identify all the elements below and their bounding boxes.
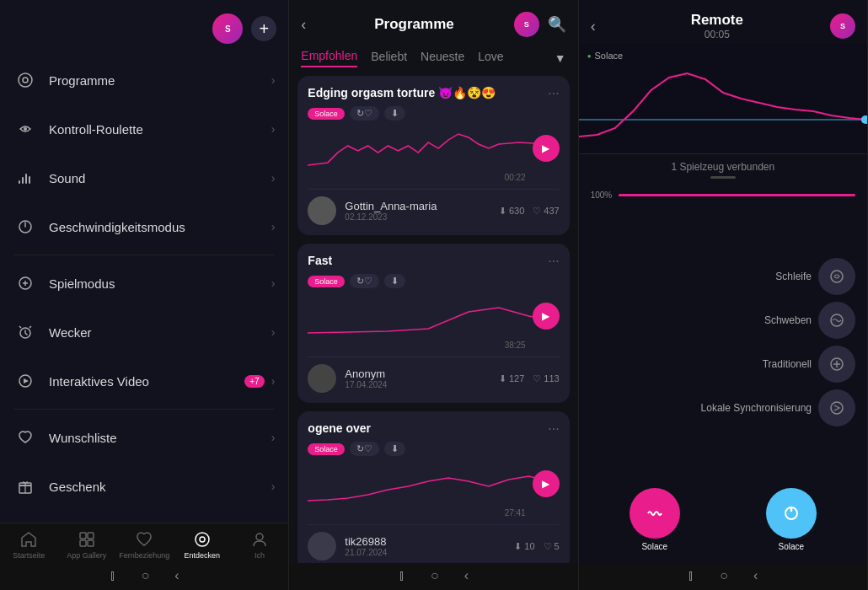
prog-wave-0: ▶ [308,127,559,169]
svg-point-1 [23,78,28,83]
tabs-row: Empfohlen Beliebt Neueste Love ▼ [289,46,577,76]
tag-dl-0: ⬇ [384,106,405,121]
traditionell-btn[interactable] [818,346,855,383]
menu-item-sound[interactable]: Sound › [0,153,288,202]
menu-item-programme[interactable]: Programme › [0,56,288,105]
sys-lines-2: ⫿ [399,568,405,583]
menu-item-kontroll[interactable]: Kontroll-Roulette › [0,105,288,153]
prog-title-1: Fast [308,254,332,267]
sys-back-3: ‹ [753,568,758,583]
tag-dl-1: ⬇ [384,274,405,288]
downloads-0: ⬇ 630 [499,206,524,217]
prog-avatar-0 [308,196,336,225]
lokale-btn[interactable] [818,389,855,426]
prog-more-2[interactable]: ··· [548,421,559,437]
avatar[interactable]: S [212,13,243,44]
traditionell-label: Traditionell [763,358,812,370]
intensity-label: 100% [591,190,613,200]
tab-neueste[interactable]: Neueste [421,50,464,67]
tag-solace-1: Solace [308,276,345,287]
sys-circle-2: ○ [431,568,439,583]
menu-item-spielmodus[interactable]: Spielmodus › [0,259,288,308]
svg-point-0 [19,73,32,87]
btn-solace-pink[interactable] [630,488,680,539]
prog-avatar-1 [308,364,336,393]
interaktives-icon [13,369,37,393]
search-icon[interactable]: 🔍 [548,15,566,34]
btn-solace-pink-label: Solace [641,542,667,551]
nav-entdecken-label: Entdecken [184,551,220,560]
tab-love[interactable]: Love [478,50,503,67]
programme-icon [13,68,37,92]
schleife-label: Schleife [775,271,812,282]
p3-title: Remote [604,12,830,29]
panel3-avatar[interactable]: S [830,13,855,39]
p3-time: 00:05 [604,29,830,40]
menu-item-wecker[interactable]: Wecker › [0,308,288,357]
menu-list: Programme › Kontroll-Roulette › [0,52,288,523]
panel3-header: ‹ Remote 00:05 S [579,0,867,44]
wecker-icon [13,320,37,344]
sys-circle: ○ [142,568,150,583]
menu-item-geschenk[interactable]: Geschenk › [0,462,288,511]
prog-stats-1: ⬇ 127 ♡ 113 [499,373,560,384]
nav-startseite[interactable]: Startseite [0,530,57,560]
geschwindigkeit-label: Geschwindigkeitsmodus [49,220,271,234]
panel2-icons: S 🔍 [514,12,566,37]
filter-icon[interactable]: ▼ [555,51,566,65]
intensity-track[interactable] [619,194,855,196]
panel-remote: ‹ Remote 00:05 S ● Solace 1 Spielzeug ve… [579,0,868,590]
menu-divider [13,255,275,255]
ctrl-schweben: Schweben [591,302,855,339]
geschenk-label: Geschenk [49,480,271,494]
ctrl-schleife: Schleife [591,258,855,295]
tag-loop-2: ↻♡ [350,442,379,456]
discover-icon [193,530,212,549]
nav-ich[interactable]: Ich [231,530,288,560]
remote-waveform: ● Solace [579,44,867,153]
prog-tags-1: Solace ↻♡ ⬇ [308,274,559,288]
menu-item-geschwindigkeit[interactable]: Geschwindigkeitsmodus › [0,202,288,251]
nav-fernbeziehung[interactable]: Fernbeziehung [115,530,173,560]
downloads-1: ⬇ 127 [499,373,524,384]
schleife-btn[interactable] [818,258,855,295]
panel2-avatar[interactable]: S [514,12,539,37]
tag-solace-2: Solace [308,443,345,455]
tab-empfohlen[interactable]: Empfohlen [301,49,357,67]
prog-footer-2: tik26988 21.07.2024 ⬇ 10 ♡ 5 [308,524,559,560]
tag-loop-0: ↻♡ [350,106,379,121]
play-btn-2[interactable]: ▶ [533,470,560,497]
schweben-btn[interactable] [818,302,855,339]
back-button[interactable]: ‹ [301,16,306,34]
btn-solace-blue[interactable] [766,488,817,539]
prog-username-0: Gottin_Anna-maria [345,200,490,212]
add-button[interactable]: + [251,16,276,41]
sys-bar-2: ⫿ ○ ‹ [289,563,577,590]
prog-more-0[interactable]: ··· [548,86,559,101]
play-btn-1[interactable]: ▶ [533,303,560,330]
nav-app-gallery[interactable]: App Gallery [57,530,115,560]
nav-entdecken[interactable]: Entdecken [173,530,230,560]
gallery-icon [78,530,96,549]
wunschliste-icon [13,426,37,449]
prog-tags-2: Solace ↻♡ ⬇ [308,442,559,456]
tab-beliebt[interactable]: Beliebt [371,50,407,67]
prog-date-0: 02.12.2023 [345,212,490,222]
menu-item-interaktives[interactable]: Interaktives Video +7 › [0,357,288,405]
panel-programme: ‹ Programme S 🔍 Empfohlen Beliebt Neuest… [289,0,578,590]
menu-item-wunschliste[interactable]: Wunschliste › [0,413,288,462]
prog-duration-2: 27:41 [308,508,525,518]
play-btn-0[interactable]: ▶ [533,135,560,162]
p3-back-button[interactable]: ‹ [591,18,596,35]
lokale-label: Lokale Synchronisierung [701,402,812,414]
svg-rect-4 [22,177,24,184]
prog-username-1: Anonym [345,367,490,380]
btn-solace-blue-container: Solace [766,488,817,551]
svg-point-2 [24,127,27,131]
programme-list: Edging orgasm torture 😈🔥😵😍 ··· Solace ↻♡… [289,76,577,563]
svg-point-24 [831,271,843,282]
prog-more-1[interactable]: ··· [548,254,559,269]
sys-back: ‹ [174,568,179,583]
prog-date-2: 21.07.2024 [345,548,506,557]
svg-rect-17 [80,540,86,546]
